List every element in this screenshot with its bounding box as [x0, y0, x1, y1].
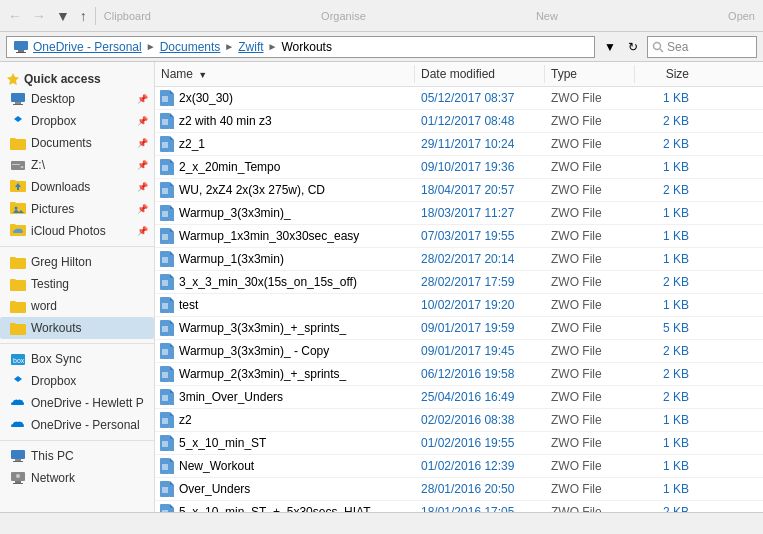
svg-rect-90 [160, 343, 170, 359]
sidebar-item-network[interactable]: Network [0, 467, 154, 489]
table-row[interactable]: Over_Unders 28/01/2016 20:50 ZWO File 1 … [155, 478, 763, 501]
new-label: New [532, 10, 562, 22]
file-date-cell: 09/10/2017 19:36 [415, 158, 545, 176]
recent-locations-button[interactable]: ▼ [52, 6, 74, 26]
pin-icon-icloud: 📌 [137, 226, 148, 236]
zwo-file-icon [159, 297, 175, 313]
file-date-cell: 06/12/2016 19:58 [415, 365, 545, 383]
table-row[interactable]: 3_x_3_min_30x(15s_on_15s_off) 28/02/2017… [155, 271, 763, 294]
svg-rect-9 [11, 161, 25, 170]
table-row[interactable]: test 10/02/2017 19:20 ZWO File 1 KB [155, 294, 763, 317]
sidebar-item-desktop[interactable]: Desktop 📌 [0, 88, 154, 110]
sidebar-item-greg-hilton[interactable]: Greg Hilton [0, 251, 154, 273]
svg-rect-37 [170, 140, 174, 152]
file-name-text: 5_x_10_min_ST_+_5x30secs_HIAT [179, 505, 371, 512]
search-icon [652, 41, 664, 53]
file-date-cell: 18/03/2017 11:27 [415, 204, 545, 222]
sidebar-sep-1 [0, 246, 154, 247]
sidebar-item-icloud-photos[interactable]: iCloud Photos 📌 [0, 220, 154, 242]
table-row[interactable]: Warmup_3(3x3min)_ - Copy 09/01/2017 19:4… [155, 340, 763, 363]
svg-rect-48 [160, 182, 170, 198]
svg-rect-72 [160, 274, 170, 290]
refresh-button[interactable]: ↻ [623, 38, 643, 56]
search-placeholder: Sea [667, 40, 688, 54]
forward-button[interactable]: → [28, 6, 50, 26]
file-type-cell: ZWO File [545, 89, 635, 107]
sidebar-item-testing[interactable]: Testing [0, 273, 154, 295]
zwo-file-icon [159, 458, 175, 474]
sidebar-item-word[interactable]: word [0, 295, 154, 317]
sidebar-item-documents[interactable]: Documents 📌 [0, 132, 154, 154]
col-header-type[interactable]: Type [545, 65, 635, 83]
sort-arrow: ▼ [198, 70, 207, 80]
table-row[interactable]: z2 02/02/2016 08:38 ZWO File 1 KB [155, 409, 763, 432]
table-row[interactable]: New_Workout 01/02/2016 12:39 ZWO File 1 … [155, 455, 763, 478]
svg-rect-102 [160, 389, 170, 405]
file-name-text: z2_1 [179, 137, 205, 151]
table-row[interactable]: 5_x_10_min_ST_+_5x30secs_HIAT 18/01/2016… [155, 501, 763, 512]
svg-rect-73 [170, 278, 174, 290]
sidebar-item-workouts[interactable]: Workouts [0, 317, 154, 339]
svg-rect-96 [160, 366, 170, 382]
file-list-area[interactable]: Name ▼ Date modified Type Size [155, 62, 763, 512]
col-header-size[interactable]: Size [635, 65, 695, 83]
sidebar-item-downloads[interactable]: Downloads 📌 [0, 176, 154, 198]
table-row[interactable]: Warmup_3(3x3min)_ 18/03/2017 11:27 ZWO F… [155, 202, 763, 225]
crumb-documents[interactable]: Documents [160, 40, 221, 54]
file-name-text: Warmup_3(3x3min)_ [179, 206, 291, 220]
file-name-cell: 3min_Over_Unders [155, 387, 415, 407]
zwo-file-icon [159, 228, 175, 244]
sidebar-item-label-icloud: iCloud Photos [31, 224, 106, 238]
table-row[interactable]: WU, 2xZ4 2x(3x 275w), CD 18/04/2017 20:5… [155, 179, 763, 202]
table-row[interactable]: z2 with 40 min z3 01/12/2017 08:48 ZWO F… [155, 110, 763, 133]
sidebar-item-onedrive-personal[interactable]: OneDrive - Personal [0, 414, 154, 436]
sidebar-item-pictures[interactable]: Pictures 📌 [0, 198, 154, 220]
quick-access-header: Quick access [0, 66, 154, 88]
up-button[interactable]: ↑ [76, 6, 91, 26]
table-row[interactable]: Warmup_3(3x3min)_+_sprints_ 09/01/2017 1… [155, 317, 763, 340]
address-box[interactable]: OneDrive - Personal ► Documents ► Zwift … [6, 36, 595, 58]
zwo-file-icon [159, 251, 175, 267]
file-size-cell: 1 KB [635, 411, 695, 429]
file-size-cell: 1 KB [635, 250, 695, 268]
svg-rect-49 [170, 186, 174, 198]
file-name-cell: Warmup_3(3x3min)_ [155, 203, 415, 223]
organise-label: Organise [317, 10, 370, 22]
table-row[interactable]: 3min_Over_Unders 25/04/2016 16:49 ZWO Fi… [155, 386, 763, 409]
zwo-file-icon [159, 481, 175, 497]
file-size-cell: 1 KB [635, 434, 695, 452]
sidebar-item-label-dropbox2: Dropbox [31, 374, 76, 388]
search-box[interactable]: Sea [647, 36, 757, 58]
table-row[interactable]: 2x(30_30) 05/12/2017 08:37 ZWO File 1 KB [155, 87, 763, 110]
file-date-cell: 01/02/2016 12:39 [415, 457, 545, 475]
table-row[interactable]: z2_1 29/11/2017 10:24 ZWO File 2 KB [155, 133, 763, 156]
svg-rect-19 [13, 461, 23, 462]
svg-marker-86 [170, 320, 174, 324]
svg-marker-98 [170, 366, 174, 370]
crumb-this-pc[interactable]: OneDrive - Personal [33, 40, 142, 54]
crumb-arrow-1: ► [146, 41, 156, 52]
sidebar-item-box-sync[interactable]: box Box Sync [0, 348, 154, 370]
back-button[interactable]: ← [4, 6, 26, 26]
sidebar-item-onedrive-hp[interactable]: OneDrive - Hewlett P [0, 392, 154, 414]
col-header-name[interactable]: Name ▼ [155, 65, 415, 83]
table-row[interactable]: Warmup_1x3min_30x30sec_easy 07/03/2017 1… [155, 225, 763, 248]
file-type-cell: ZWO File [545, 480, 635, 498]
sidebar-item-zdrive[interactable]: Z:\ 📌 [0, 154, 154, 176]
crumb-zwift[interactable]: Zwift [238, 40, 263, 54]
col-header-date[interactable]: Date modified [415, 65, 545, 83]
table-row[interactable]: 2_x_20min_Tempo 09/10/2017 19:36 ZWO Fil… [155, 156, 763, 179]
svg-marker-122 [170, 458, 174, 462]
sidebar-item-dropbox2[interactable]: Dropbox [0, 370, 154, 392]
table-row[interactable]: 5_x_10_min_ST 01/02/2016 19:55 ZWO File … [155, 432, 763, 455]
table-row[interactable]: Warmup_2(3x3min)_+_sprints_ 06/12/2016 1… [155, 363, 763, 386]
svg-marker-26 [170, 90, 174, 94]
table-row[interactable]: Warmup_1(3x3min) 28/02/2017 20:14 ZWO Fi… [155, 248, 763, 271]
svg-rect-121 [170, 462, 174, 474]
file-date-cell: 09/01/2017 19:45 [415, 342, 545, 360]
address-dropdown-button[interactable]: ▼ [599, 38, 621, 56]
sidebar-item-this-pc[interactable]: This PC [0, 445, 154, 467]
explorer-window: ← → ▼ ↑ Clipboard Organise New Open OneD… [0, 0, 763, 534]
sidebar-item-dropbox[interactable]: Dropbox 📌 [0, 110, 154, 132]
file-name-text: test [179, 298, 198, 312]
